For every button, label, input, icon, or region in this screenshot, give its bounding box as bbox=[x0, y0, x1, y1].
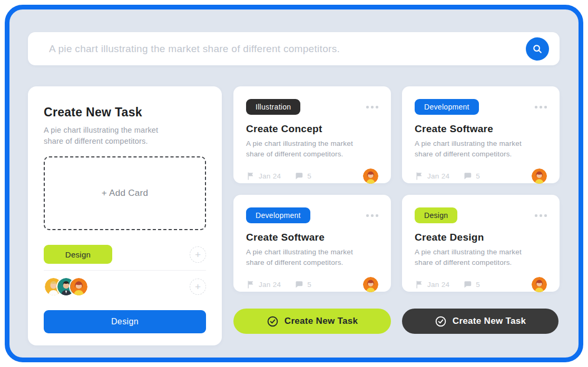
task-card[interactable]: Development Create Software A pie chart … bbox=[402, 86, 560, 183]
create-task-panel: Create New Task A pie chart illustrating… bbox=[28, 86, 222, 345]
create-new-task-button-lime[interactable]: Create New Task bbox=[233, 309, 391, 334]
avatar-group bbox=[44, 277, 89, 296]
due-date: Jan 24 bbox=[415, 172, 449, 181]
flag-icon bbox=[415, 280, 424, 289]
add-tag-icon[interactable]: + bbox=[190, 246, 206, 263]
design-tag-button[interactable]: Design bbox=[44, 245, 112, 264]
flag-icon bbox=[246, 280, 255, 289]
due-date: Jan 24 bbox=[246, 172, 281, 181]
search-bar bbox=[28, 32, 560, 65]
due-date: Jan 24 bbox=[246, 280, 281, 289]
check-circle-icon bbox=[435, 315, 447, 328]
avatar bbox=[532, 277, 547, 292]
add-card-dropzone[interactable]: + Add Card bbox=[44, 156, 206, 230]
card-title: Create Software bbox=[246, 232, 378, 243]
card-description: A pie chart illustrating the market shar… bbox=[246, 247, 354, 269]
flag-icon bbox=[246, 172, 255, 181]
card-description: A pie chart illustrating the market shar… bbox=[246, 138, 354, 160]
add-card-label: + Add Card bbox=[102, 188, 149, 199]
design-submit-button[interactable]: Design bbox=[44, 310, 206, 333]
avatar bbox=[363, 168, 378, 184]
panel-title: Create New Task bbox=[44, 105, 206, 120]
comment-icon bbox=[295, 280, 303, 289]
card-description: A pie chart illustrating the market shar… bbox=[415, 138, 523, 160]
task-card[interactable]: Design Create Design A pie chart illustr… bbox=[402, 195, 560, 292]
tag-row: Design + bbox=[44, 245, 206, 264]
card-tag[interactable]: Illustration bbox=[246, 99, 300, 115]
comment-icon bbox=[295, 172, 303, 181]
avatar bbox=[532, 168, 547, 184]
card-tag[interactable]: Development bbox=[246, 207, 310, 223]
search-icon bbox=[532, 43, 543, 55]
card-tag[interactable]: Development bbox=[415, 99, 479, 115]
more-options-icon[interactable] bbox=[535, 104, 547, 111]
card-description: A pie chart illustrating the market shar… bbox=[415, 247, 523, 269]
add-assignee-icon[interactable]: + bbox=[190, 279, 206, 295]
comment-icon bbox=[463, 172, 472, 181]
more-options-icon[interactable] bbox=[366, 104, 378, 111]
search-input[interactable] bbox=[28, 43, 526, 55]
card-title: Create Design bbox=[415, 232, 547, 243]
create-new-task-button-dark[interactable]: Create New Task bbox=[402, 309, 558, 334]
check-circle-icon bbox=[267, 315, 279, 328]
comments-count: 5 bbox=[463, 280, 480, 289]
search-button[interactable] bbox=[526, 37, 549, 61]
card-title: Create Software bbox=[415, 123, 547, 135]
comments-count: 5 bbox=[295, 172, 311, 181]
task-card[interactable]: Development Create Software A pie chart … bbox=[233, 195, 391, 292]
avatar bbox=[363, 277, 378, 292]
card-tag[interactable]: Design bbox=[415, 207, 457, 223]
task-card[interactable]: Illustration Create Concept A pie chart … bbox=[233, 86, 391, 183]
comments-count: 5 bbox=[295, 280, 311, 289]
due-date: Jan 24 bbox=[415, 280, 449, 289]
comments-count: 5 bbox=[463, 172, 480, 181]
card-title: Create Concept bbox=[246, 123, 378, 135]
avatar bbox=[69, 277, 89, 296]
panel-description: A pie chart illustrating the market shar… bbox=[44, 125, 170, 147]
more-options-icon[interactable] bbox=[366, 212, 378, 219]
comment-icon bbox=[463, 280, 472, 289]
flag-icon bbox=[415, 172, 424, 181]
more-options-icon[interactable] bbox=[535, 212, 547, 219]
assignees-row: + bbox=[44, 271, 206, 296]
